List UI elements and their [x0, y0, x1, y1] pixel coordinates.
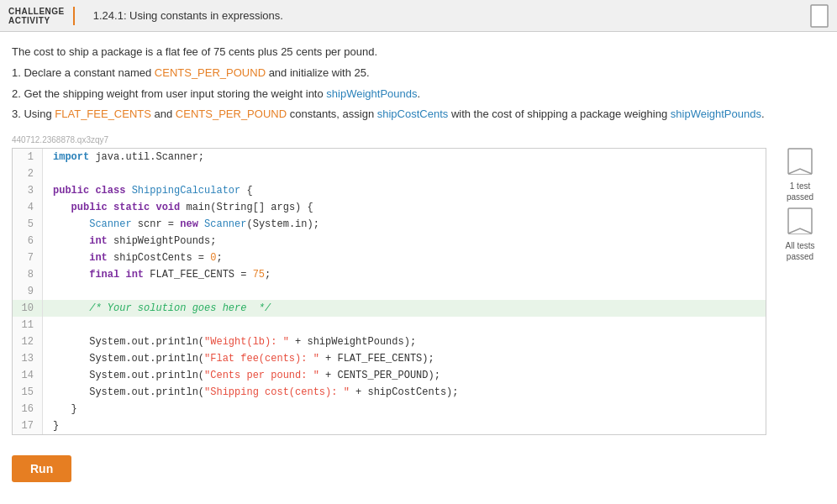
svg-rect-0	[811, 5, 828, 27]
code-line-3: 3 public class ShippingCalculator {	[13, 182, 766, 199]
activity-text: ACTIVITY	[8, 16, 65, 25]
challenge-text: CHALLENGE	[8, 7, 65, 16]
code-line-10: 10 /* Your solution goes here */	[13, 300, 766, 317]
line-num-3: 3	[13, 182, 43, 199]
line-code-13: System.out.println("Flat fee(cents): " +…	[43, 350, 434, 367]
line-num-14: 14	[13, 367, 43, 384]
line-code-3: public class ShippingCalculator {	[43, 182, 253, 199]
line-num-13: 13	[13, 350, 43, 367]
challenge-label: CHALLENGE ACTIVITY	[8, 7, 75, 25]
code-line-1: 1 import java.util.Scanner;	[13, 149, 766, 165]
line-code-10: /* Your solution goes here */	[43, 300, 271, 317]
test2-badge-icon	[787, 207, 813, 238]
test2-label: All tests passed	[785, 240, 814, 262]
line-code-7: int shipCostCents = 0;	[43, 249, 223, 266]
test-panel: 1 test passed All tests passed	[775, 148, 825, 262]
line-code-8: final int FLAT_FEE_CENTS = 75;	[43, 266, 271, 283]
line-num-4: 4	[13, 199, 43, 216]
line-num-16: 16	[13, 401, 43, 417]
code-line-5: 5 Scanner scnr = new Scanner(System.in);	[13, 216, 766, 233]
line-code-14: System.out.println("Cents per pound: " +…	[43, 367, 440, 384]
bookmark-icon[interactable]	[810, 4, 829, 28]
description-step3: 3. Using FLAT_FEE_CENTS and CENTS_PER_PO…	[12, 106, 825, 123]
line-num-6: 6	[13, 233, 43, 249]
line-num-12: 12	[13, 333, 43, 350]
line-code-12: System.out.println("Weight(lb): " + ship…	[43, 333, 416, 350]
line-num-11: 11	[13, 317, 43, 333]
code-line-15: 15 System.out.println("Shipping cost(cen…	[13, 384, 766, 401]
code-line-12: 12 System.out.println("Weight(lb): " + s…	[13, 333, 766, 350]
code-line-13: 13 System.out.println("Flat fee(cents): …	[13, 350, 766, 367]
line-num-10: 10	[13, 300, 43, 317]
line-code-15: System.out.println("Shipping cost(cents)…	[43, 384, 458, 401]
code-line-9: 9	[13, 283, 766, 300]
line-num-8: 8	[13, 266, 43, 283]
line-code-11	[43, 317, 59, 333]
code-section: 1 import java.util.Scanner; 2 3 public c…	[12, 148, 825, 435]
test2-badge: All tests passed	[775, 207, 825, 262]
code-line-17: 17 }	[13, 417, 766, 434]
header: CHALLENGE ACTIVITY 1.24.1: Using constan…	[0, 0, 837, 32]
code-id: 440712.2368878.qx3zqy7	[12, 135, 825, 144]
line-code-9	[43, 283, 59, 300]
code-line-16: 16 }	[13, 401, 766, 417]
code-line-7: 7 int shipCostCents = 0;	[13, 249, 766, 266]
line-code-2	[43, 165, 59, 182]
code-line-14: 14 System.out.println("Cents per pound: …	[13, 367, 766, 384]
line-num-5: 5	[13, 216, 43, 233]
line-num-7: 7	[13, 249, 43, 266]
line-code-5: Scanner scnr = new Scanner(System.in);	[43, 216, 319, 233]
description-step2: 2. Get the shipping weight from user inp…	[12, 86, 825, 103]
line-num-15: 15	[13, 384, 43, 401]
test1-label: 1 test passed	[787, 181, 813, 202]
line-num-9: 9	[13, 283, 43, 300]
line-code-4: public static void main(String[] args) {	[43, 199, 313, 216]
code-line-4: 4 public static void main(String[] args)…	[13, 199, 766, 216]
test1-badge-icon	[787, 148, 813, 178]
test1-badge: 1 test passed	[775, 148, 825, 202]
header-title: 1.24.1: Using constants in expressions.	[93, 9, 283, 22]
line-code-17: }	[43, 417, 59, 434]
line-num-2: 2	[13, 165, 43, 182]
run-section: Run	[0, 444, 837, 491]
description: The cost to ship a package is a flat fee…	[12, 44, 825, 123]
code-line-11: 11	[13, 317, 766, 333]
code-line-8: 8 final int FLAT_FEE_CENTS = 75;	[13, 266, 766, 283]
run-button[interactable]: Run	[12, 455, 71, 482]
main-content: The cost to ship a package is a flat fee…	[0, 32, 837, 444]
line-num-17: 17	[13, 417, 43, 434]
description-step1: 1. Declare a constant named CENTS_PER_PO…	[12, 65, 825, 82]
code-line-2: 2	[13, 165, 766, 182]
line-code-1: import java.util.Scanner;	[43, 149, 204, 165]
code-line-6: 6 int shipWeightPounds;	[13, 233, 766, 249]
description-intro: The cost to ship a package is a flat fee…	[12, 44, 825, 61]
line-code-6: int shipWeightPounds;	[43, 233, 216, 249]
line-code-16: }	[43, 401, 77, 417]
line-num-1: 1	[13, 149, 43, 165]
code-editor[interactable]: 1 import java.util.Scanner; 2 3 public c…	[12, 148, 766, 435]
